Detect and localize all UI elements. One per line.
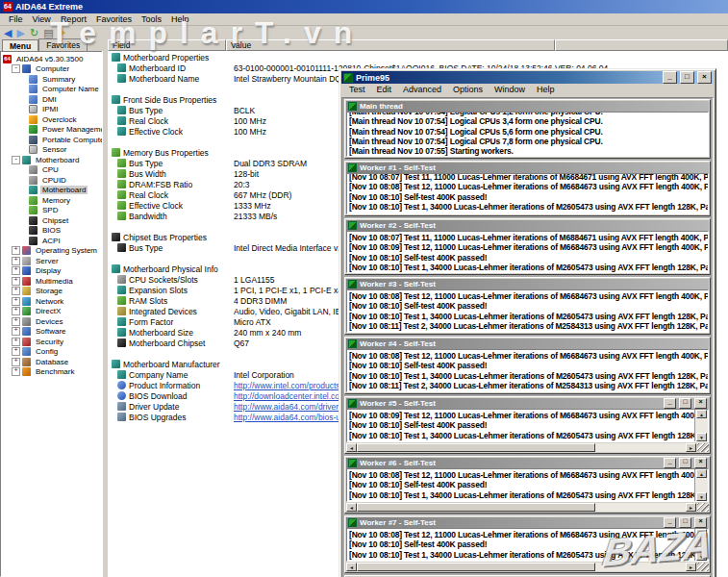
- column-header-value[interactable]: Value: [226, 39, 555, 51]
- aida64-title-bar[interactable]: 64 AIDA64 Extreme: [0, 0, 728, 13]
- sidebar-item-security[interactable]: +Security: [1, 337, 103, 347]
- sidebar-item-acpi[interactable]: ACPI: [1, 236, 103, 246]
- maximize-button[interactable]: □: [679, 458, 691, 468]
- child-window-worker-6-self-test[interactable]: Worker #6 - Self-Test_□×[Nov 10 08:08] T…: [344, 456, 711, 514]
- back-icon[interactable]: ◀: [4, 27, 12, 38]
- child-window-worker-5-self-test[interactable]: Worker #5 - Self-Test_□×[Nov 10 08:09] T…: [344, 396, 711, 454]
- menu-item-aida-file[interactable]: File: [4, 14, 28, 24]
- sidebar-item-benchmark[interactable]: +Benchmark: [1, 367, 103, 378]
- sidebar-item-directx[interactable]: +DirectX: [1, 307, 103, 317]
- collapse-icon[interactable]: -: [12, 156, 20, 164]
- maximize-button[interactable]: □: [679, 517, 691, 528]
- h-scrollbar-track[interactable]: [595, 503, 686, 512]
- expand-icon[interactable]: +: [12, 287, 20, 295]
- sidebar-item-motherboard[interactable]: -Motherboard: [1, 155, 103, 165]
- sidebar-item-computer-name[interactable]: Computer Name: [1, 85, 103, 95]
- menu-item-aida-report[interactable]: Report: [56, 14, 91, 24]
- sidebar-item-software[interactable]: +Software: [1, 327, 103, 338]
- h-scrollbar-thumb[interactable]: [357, 503, 595, 512]
- horizontal-scrollbar[interactable]: ◄►: [346, 563, 696, 571]
- menu-item-aida-tools[interactable]: Tools: [137, 14, 166, 24]
- menu-item-prime95-test[interactable]: Test: [343, 85, 371, 94]
- menu-item-prime95-help[interactable]: Help: [531, 85, 561, 94]
- scroll-down-button[interactable]: ▼: [696, 433, 707, 441]
- horizontal-scrollbar[interactable]: ◄►: [346, 503, 696, 512]
- scroll-left-button[interactable]: ◄: [346, 503, 357, 512]
- sidebar-item-sensor[interactable]: Sensor: [1, 145, 103, 156]
- scroll-up-button[interactable]: ▲: [696, 469, 707, 478]
- sidebar-item-chipset[interactable]: Chipset: [1, 215, 103, 226]
- expand-icon[interactable]: +: [12, 277, 20, 286]
- scroll-down-button[interactable]: ▼: [696, 492, 707, 501]
- resize-grip-icon[interactable]: [697, 563, 709, 571]
- column-header-field[interactable]: Field: [108, 39, 226, 51]
- sidebar-item-power-management[interactable]: Power Management: [1, 125, 103, 136]
- scroll-down-button[interactable]: ▼: [696, 552, 707, 561]
- expand-icon[interactable]: +: [12, 297, 20, 306]
- sidebar-item-spd[interactable]: SPD: [1, 206, 103, 216]
- child-window-main-thread[interactable]: Main thread[Main thread Nov 10 07:54] Lo…: [344, 99, 711, 159]
- child-title-bar[interactable]: Main thread: [346, 101, 709, 112]
- scroll-right-button[interactable]: ►: [686, 503, 696, 512]
- vertical-scrollbar[interactable]: ▲▼: [694, 469, 708, 501]
- expand-icon[interactable]: +: [12, 327, 20, 336]
- menu-item-aida-view[interactable]: View: [28, 14, 56, 24]
- report-icon[interactable]: ▤: [43, 27, 53, 38]
- h-scrollbar-track[interactable]: [595, 443, 686, 452]
- h-scrollbar-thumb[interactable]: [357, 563, 595, 571]
- close-button[interactable]: ×: [694, 398, 707, 409]
- prime95-title-bar[interactable]: Prime95 _ □ ×: [341, 71, 714, 84]
- scroll-right-button[interactable]: ►: [686, 563, 696, 571]
- child-title-bar[interactable]: Worker #3 - Self-Test: [346, 279, 709, 289]
- row-motherboard-properties[interactable]: Motherboard Properties: [108, 52, 728, 63]
- sidebar-item-database[interactable]: +Database: [1, 357, 103, 367]
- sidebar-item-network[interactable]: +Network: [1, 296, 103, 307]
- child-title-bar[interactable]: Worker #4 - Self-Test: [346, 339, 709, 349]
- child-window-worker-4-self-test[interactable]: Worker #4 - Self-Test[Nov 10 08:08] Test…: [344, 337, 711, 394]
- sidebar-item-storage[interactable]: +Storage: [1, 287, 103, 297]
- favorites-icon[interactable]: ✦: [59, 27, 67, 38]
- forward-icon[interactable]: ▶: [16, 27, 24, 38]
- sidebar-item-cpuid[interactable]: CPUID: [1, 175, 103, 186]
- expand-icon[interactable]: +: [12, 358, 20, 366]
- scroll-up-button[interactable]: ▲: [696, 410, 707, 418]
- sidebar-item-config[interactable]: +Config: [1, 347, 103, 358]
- scroll-left-button[interactable]: ◄: [346, 443, 357, 452]
- horizontal-scrollbar[interactable]: ◄►: [346, 443, 696, 452]
- sidebar-item-portable-computer[interactable]: Portable Computer: [1, 135, 103, 145]
- sidebar-item-summary[interactable]: Summary: [1, 74, 103, 85]
- child-window-worker-7-self-test[interactable]: Worker #7 - Self-Test_□×[Nov 10 08:08] T…: [344, 515, 711, 573]
- maximize-button[interactable]: □: [680, 71, 694, 84]
- child-title-bar[interactable]: Worker #7 - Self-Test_□×: [346, 517, 709, 528]
- minimize-button[interactable]: _: [664, 517, 676, 528]
- sidebar-item-cpu[interactable]: CPU: [1, 165, 103, 176]
- refresh-icon[interactable]: ↻: [30, 27, 38, 38]
- expand-icon[interactable]: +: [12, 347, 20, 356]
- scroll-right-button[interactable]: ►: [686, 443, 696, 452]
- scroll-left-button[interactable]: ◄: [346, 563, 357, 571]
- sidebar-item-memory[interactable]: Memory: [1, 195, 103, 206]
- expand-icon[interactable]: +: [12, 266, 20, 275]
- maximize-button[interactable]: □: [679, 398, 691, 409]
- minimize-button[interactable]: _: [664, 398, 676, 409]
- expand-icon[interactable]: +: [12, 338, 20, 346]
- sidebar-item-bios[interactable]: BIOS: [1, 226, 103, 237]
- child-window-worker-3-self-test[interactable]: Worker #3 - Self-Test[Nov 10 08:08] Test…: [344, 277, 711, 335]
- child-window-worker-2-self-test[interactable]: Worker #2 - Self-Test[Nov 10 08:07] Test…: [344, 218, 711, 275]
- menu-item-prime95-options[interactable]: Options: [447, 85, 489, 94]
- resize-grip-icon[interactable]: [697, 503, 709, 512]
- expand-icon[interactable]: +: [12, 367, 20, 376]
- child-title-bar[interactable]: Worker #5 - Self-Test_□×: [346, 398, 709, 409]
- prime95-window[interactable]: Prime95 _ □ × TestEditAdvancedOptionsWin…: [339, 68, 716, 577]
- menu-item-aida-help[interactable]: Help: [166, 14, 194, 24]
- collapse-icon[interactable]: -: [12, 64, 20, 73]
- sidebar-item-devices[interactable]: +Devices: [1, 316, 103, 327]
- expand-icon[interactable]: +: [12, 317, 20, 326]
- sidebar-item-operating-system[interactable]: +Operating System: [1, 246, 103, 257]
- expand-icon[interactable]: +: [12, 257, 20, 265]
- menu-item-prime95-window[interactable]: Window: [489, 85, 531, 94]
- tab-favorites[interactable]: Favorites: [38, 38, 88, 51]
- sidebar-item-overclock[interactable]: Overclock: [1, 114, 103, 125]
- minimize-button[interactable]: _: [664, 458, 676, 468]
- expand-icon[interactable]: +: [12, 246, 20, 255]
